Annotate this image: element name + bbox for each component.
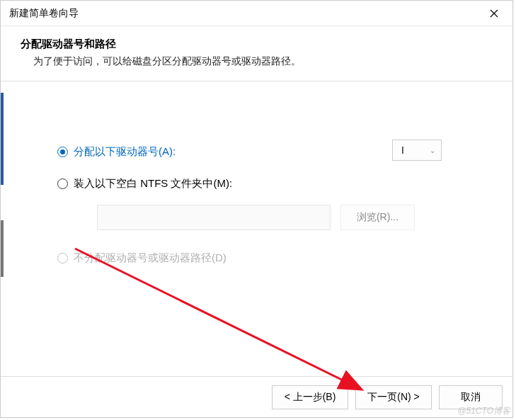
watermark: @51CTO博客 [457, 405, 510, 417]
back-button[interactable]: < 上一步(B) [272, 385, 348, 409]
decorative-edge [1, 220, 4, 277]
drive-letter-value: I [401, 144, 404, 156]
browse-button: 浏览(R)... [340, 205, 415, 230]
wizard-header: 分配驱动器号和路径 为了便于访问，可以给磁盘分区分配驱动器号或驱动器路径。 [1, 26, 512, 81]
close-button[interactable] [481, 4, 507, 23]
wizard-window: 新建简单卷向导 分配驱动器号和路径 为了便于访问，可以给磁盘分区分配驱动器号或驱… [0, 0, 513, 418]
radio-mount-folder[interactable] [57, 178, 68, 189]
next-button[interactable]: 下一页(N) > [355, 385, 432, 409]
window-title: 新建简单卷向导 [9, 7, 79, 20]
wizard-footer: < 上一步(B) 下一页(N) > 取消 [1, 376, 512, 417]
page-subtitle: 为了便于访问，可以给磁盘分区分配驱动器号或驱动器路径。 [21, 55, 493, 68]
mount-path-input [97, 205, 331, 230]
option-no-assign: 不分配驱动器号或驱动器路径(D) [57, 251, 470, 265]
wizard-content: 分配以下驱动器号(A): I ⌄ 装入以下空白 NTFS 文件夹中(M): 浏览… [1, 81, 512, 297]
option-mount-folder[interactable]: 装入以下空白 NTFS 文件夹中(M): [57, 177, 470, 191]
radio-no-assign [57, 253, 68, 263]
no-assign-label: 不分配驱动器号或驱动器路径(D) [74, 251, 227, 265]
mount-folder-label: 装入以下空白 NTFS 文件夹中(M): [74, 177, 232, 191]
drive-letter-select[interactable]: I ⌄ [392, 140, 442, 161]
page-title: 分配驱动器号和路径 [21, 38, 493, 51]
mount-path-row: 浏览(R)... [97, 205, 470, 230]
close-icon [490, 9, 498, 18]
chevron-down-icon: ⌄ [430, 147, 435, 154]
decorative-edge [1, 93, 4, 185]
radio-assign-letter[interactable] [57, 147, 68, 157]
titlebar: 新建简单卷向导 [1, 1, 512, 26]
assign-letter-label: 分配以下驱动器号(A): [74, 145, 176, 159]
